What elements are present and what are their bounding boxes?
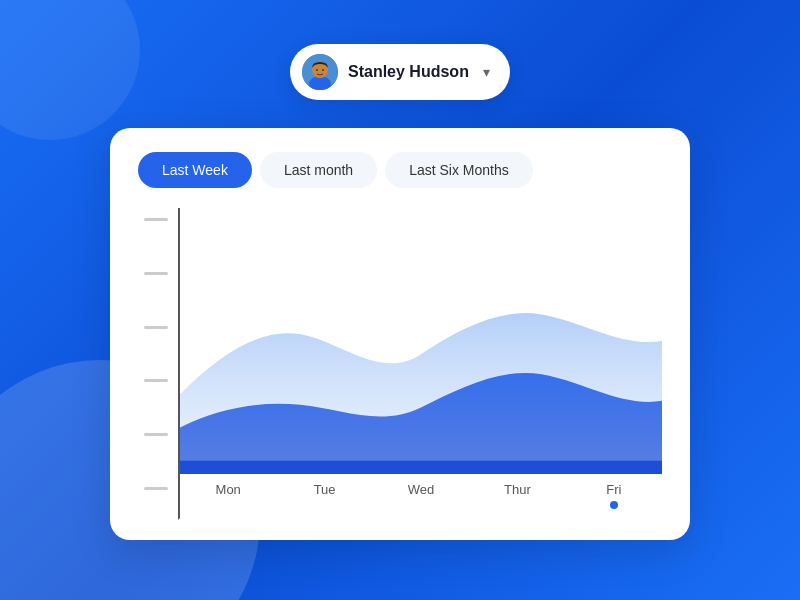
avatar (302, 54, 338, 90)
svg-point-3 (316, 69, 318, 71)
x-label-group-tue: Tue (276, 482, 372, 497)
x-label-mon: Mon (216, 482, 241, 497)
svg-point-4 (322, 69, 324, 71)
tab-group: Last Week Last month Last Six Months (138, 152, 662, 188)
x-label-fri: Fri (606, 482, 621, 497)
chart-container: Mon Tue Wed Thur Fri (138, 208, 662, 520)
tab-last-six-months[interactable]: Last Six Months (385, 152, 533, 188)
user-selector-left: Stanley Hudson (302, 54, 469, 90)
tab-last-week[interactable]: Last Week (138, 152, 252, 188)
x-label-wed: Wed (408, 482, 435, 497)
tab-last-month[interactable]: Last month (260, 152, 377, 188)
user-name: Stanley Hudson (348, 63, 469, 81)
x-label-group-fri: Fri (566, 482, 662, 509)
y-tick (144, 272, 168, 275)
y-tick (144, 433, 168, 436)
x-axis: Mon Tue Wed Thur Fri (180, 474, 662, 518)
y-tick (144, 379, 168, 382)
bg-decor-3 (0, 0, 140, 140)
y-axis (138, 208, 178, 520)
chart-svg (180, 208, 662, 474)
y-tick (144, 218, 168, 221)
chevron-down-icon: ▾ (483, 64, 490, 80)
y-tick (144, 487, 168, 490)
chart-area: Mon Tue Wed Thur Fri (178, 208, 662, 520)
x-label-group-thur: Thur (469, 482, 565, 497)
x-label-group-wed: Wed (373, 482, 469, 497)
user-selector-dropdown[interactable]: Stanley Hudson ▾ (290, 44, 510, 100)
main-card: Last Week Last month Last Six Months (110, 128, 690, 540)
active-dot (610, 501, 618, 509)
x-label-tue: Tue (314, 482, 336, 497)
x-label-thur: Thur (504, 482, 531, 497)
svg-rect-5 (180, 461, 662, 474)
y-tick (144, 326, 168, 329)
x-label-group-mon: Mon (180, 482, 276, 497)
